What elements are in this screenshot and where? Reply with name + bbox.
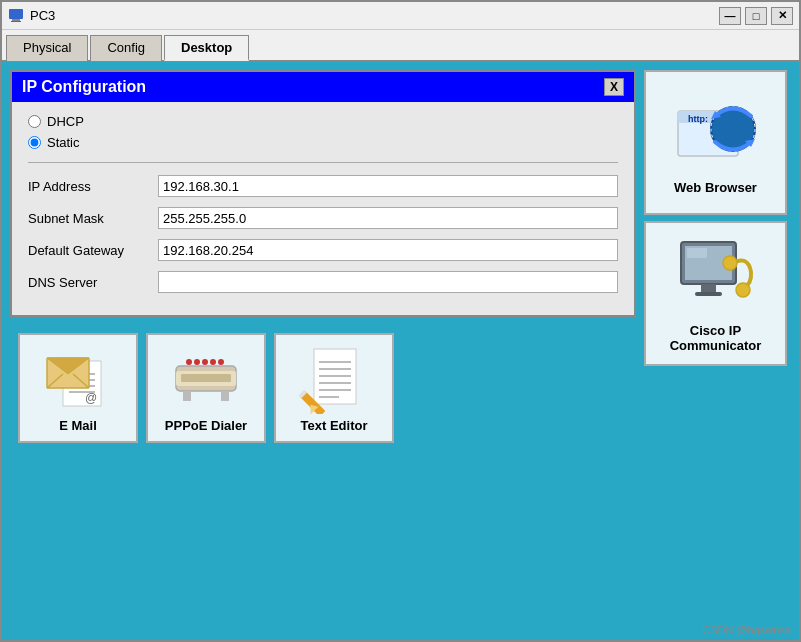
email-label: E Mail	[59, 418, 97, 433]
static-option[interactable]: Static	[28, 135, 618, 150]
pppoe-icon-item[interactable]: PPPoE Dialer	[146, 333, 266, 443]
svg-point-15	[186, 359, 192, 365]
bottom-icon-strip: @ E Mail	[10, 325, 636, 451]
title-bar: PC3 — □ ✕	[2, 2, 799, 30]
dhcp-option[interactable]: DHCP	[28, 114, 618, 129]
pppoe-graphic	[171, 344, 241, 414]
text-editor-icon-item[interactable]: Text Editor	[274, 333, 394, 443]
svg-text:http:: http:	[688, 114, 708, 124]
dhcp-radio[interactable]	[28, 115, 41, 128]
text-editor-graphic	[299, 344, 369, 414]
pc-icon	[8, 8, 24, 24]
default-gateway-label: Default Gateway	[28, 243, 158, 258]
cisco-ip-icon-item[interactable]: Cisco IPCommunicator	[644, 221, 787, 366]
svg-rect-1	[12, 19, 20, 21]
ip-config-dialog: IP Configuration X DHCP Static	[10, 70, 636, 317]
svg-point-45	[736, 283, 750, 297]
static-radio[interactable]	[28, 136, 41, 149]
watermark: CSDN @hgswnsa	[702, 624, 791, 636]
dhcp-label: DHCP	[47, 114, 84, 129]
svg-rect-43	[701, 284, 716, 292]
svg-rect-22	[221, 391, 229, 401]
web-browser-graphic: http:	[673, 91, 758, 176]
ip-config-title: IP Configuration	[22, 78, 146, 96]
dns-server-label: DNS Server	[28, 275, 158, 290]
cisco-ip-graphic	[673, 234, 758, 319]
window-title: PC3	[30, 8, 55, 23]
text-editor-label: Text Editor	[301, 418, 368, 433]
pppoe-label: PPPoE Dialer	[165, 418, 247, 433]
subnet-mask-label: Subnet Mask	[28, 211, 158, 226]
svg-rect-0	[9, 9, 23, 19]
title-buttons: — □ ✕	[719, 7, 793, 25]
minimize-button[interactable]: —	[719, 7, 741, 25]
cisco-ip-svg	[673, 234, 758, 319]
dns-server-row: DNS Server	[28, 271, 618, 293]
static-label: Static	[47, 135, 80, 150]
tab-bar: Physical Config Desktop	[2, 30, 799, 62]
ip-config-close-button[interactable]: X	[604, 78, 624, 96]
ip-config-body: DHCP Static IP Address Subnet Mask	[12, 102, 634, 315]
dns-server-input[interactable]	[158, 271, 618, 293]
svg-rect-44	[695, 292, 722, 296]
ip-config-title-bar: IP Configuration X	[12, 72, 634, 102]
text-editor-svg	[299, 344, 369, 414]
ip-address-input[interactable]	[158, 175, 618, 197]
email-svg: @	[43, 346, 113, 411]
left-panel: IP Configuration X DHCP Static	[2, 62, 644, 640]
default-gateway-input[interactable]	[158, 239, 618, 261]
web-browser-label: Web Browser	[674, 180, 757, 195]
web-browser-icon-item[interactable]: http: Web Browser	[644, 70, 787, 215]
svg-rect-2	[11, 21, 21, 22]
tab-config[interactable]: Config	[90, 35, 162, 61]
default-gateway-row: Default Gateway	[28, 239, 618, 261]
svg-point-19	[218, 359, 224, 365]
svg-rect-20	[181, 374, 231, 382]
subnet-mask-input[interactable]	[158, 207, 618, 229]
maximize-button[interactable]: □	[745, 7, 767, 25]
svg-rect-42	[687, 248, 707, 258]
web-browser-svg: http:	[673, 91, 758, 176]
right-panel: http: Web Browser	[644, 62, 799, 640]
title-bar-left: PC3	[8, 8, 55, 24]
svg-point-16	[194, 359, 200, 365]
main-window: PC3 — □ ✕ Physical Config Desktop IP Con…	[0, 0, 801, 642]
ip-address-row: IP Address	[28, 175, 618, 197]
ip-address-label: IP Address	[28, 179, 158, 194]
tab-desktop[interactable]: Desktop	[164, 35, 249, 61]
email-graphic: @	[43, 344, 113, 414]
svg-rect-21	[183, 391, 191, 401]
tab-physical[interactable]: Physical	[6, 35, 88, 61]
ip-mode-group: DHCP Static	[28, 114, 618, 150]
svg-point-18	[210, 359, 216, 365]
subnet-mask-row: Subnet Mask	[28, 207, 618, 229]
cisco-ip-label: Cisco IPCommunicator	[670, 323, 762, 353]
email-icon-item[interactable]: @ E Mail	[18, 333, 138, 443]
svg-point-17	[202, 359, 208, 365]
divider	[28, 162, 618, 163]
svg-text:@: @	[85, 391, 97, 405]
main-content: IP Configuration X DHCP Static	[2, 62, 799, 640]
pppoe-svg	[171, 351, 241, 406]
close-window-button[interactable]: ✕	[771, 7, 793, 25]
svg-point-46	[723, 256, 737, 270]
